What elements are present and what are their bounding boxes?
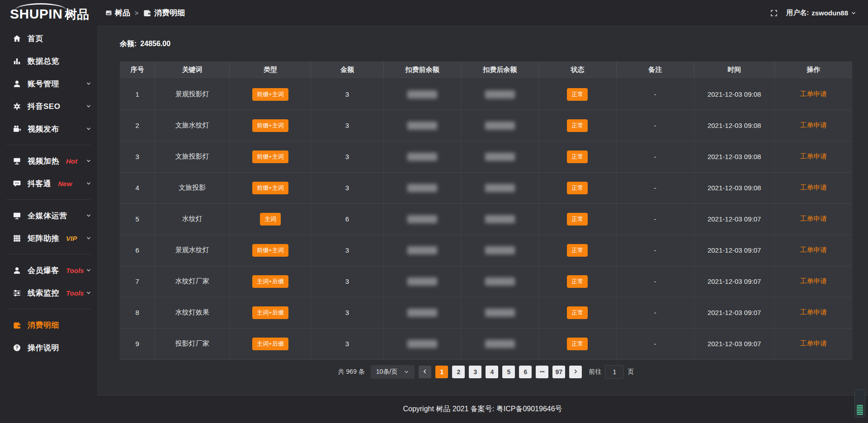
sidebar-item-all-media-operation[interactable]: 全媒体运营: [0, 204, 97, 227]
sidebar-item-douketong[interactable]: 抖客通New: [0, 172, 97, 195]
cell-action: 工单申请: [774, 328, 852, 359]
chevron-down-icon: [86, 81, 91, 86]
chevron-left-icon: [422, 368, 428, 376]
page-button-2[interactable]: 2: [452, 366, 465, 378]
page-button-97[interactable]: 97: [552, 366, 565, 378]
cell-keyword: 投影灯厂家: [155, 328, 230, 359]
sidebar-item-home[interactable]: 首页: [0, 27, 97, 50]
masked-value: [485, 340, 515, 348]
sidebar-item-member-leads[interactable]: 会员爆客Tools: [0, 259, 97, 282]
page-button-6[interactable]: 6: [519, 366, 532, 378]
page-button-4[interactable]: 4: [486, 366, 498, 378]
column-header-2: 类型: [230, 61, 311, 79]
column-header-1: 关键词: [155, 61, 230, 79]
work-order-link[interactable]: 工单申请: [800, 246, 827, 254]
cell-time: 2021-12-03 09:08: [694, 172, 774, 203]
page-button-1[interactable]: 1: [435, 366, 448, 378]
masked-value: [407, 122, 437, 130]
cell-balance-after: [461, 203, 539, 235]
breadcrumb-item-current[interactable]: 消费明细: [143, 8, 185, 18]
sidebar-item-label: 矩阵助推: [28, 233, 59, 244]
user-icon: [12, 79, 22, 89]
sidebar-item-data-overview[interactable]: 数据总览: [0, 50, 97, 72]
copyright-text: Copyright 树品 2021 备案号: 粤ICP备09019646号: [403, 404, 562, 414]
chevron-down-icon: [86, 103, 91, 109]
prev-page-button[interactable]: [419, 366, 431, 378]
sidebar-item-badge: VIP: [66, 235, 77, 242]
sidebar-item-account-management[interactable]: 账号管理: [0, 72, 97, 95]
sidebar-item-label: 抖音SEO: [28, 101, 60, 112]
cell-keyword: 水纹灯厂家: [155, 266, 230, 297]
breadcrumb-separator: >: [135, 9, 138, 17]
work-order-link[interactable]: 工单申请: [800, 339, 827, 347]
page-ellipsis-button[interactable]: •••: [536, 366, 548, 378]
jump-page-input[interactable]: [605, 365, 624, 379]
cell-status: 正常: [539, 297, 617, 328]
sidebar-item-operation-guide[interactable]: ?操作说明: [0, 336, 97, 359]
cell-balance-after: [461, 297, 539, 328]
cell-balance-before: [383, 79, 461, 110]
page-jump: 前往 页: [589, 365, 634, 379]
sidebar-item-video-publish[interactable]: 视频发布: [0, 118, 97, 140]
next-page-button[interactable]: [569, 366, 582, 378]
cell-index: 4: [120, 172, 155, 203]
column-header-8: 时间: [694, 61, 774, 79]
cell-remark: -: [616, 110, 694, 141]
column-header-3: 金额: [311, 61, 383, 79]
cell-remark: -: [616, 79, 694, 110]
cell-type: 前缀+主词: [230, 141, 311, 172]
sidebar-item-label: 账号管理: [28, 79, 59, 89]
cell-action: 工单申请: [774, 79, 852, 110]
table-row: 9投影灯厂家主词+后缀3正常-2021-12-03 09:07工单申请: [120, 328, 852, 359]
cell-keyword: 文旅投影: [155, 172, 230, 203]
footer: Copyright 树品 2021 备案号: 粤ICP备09019646号: [97, 395, 868, 423]
work-order-link[interactable]: 工单申请: [800, 183, 827, 191]
table-row: 4文旅投影前缀+主词3正常-2021-12-03 09:08工单申请: [120, 172, 852, 203]
chevron-down-icon: [86, 181, 91, 186]
fullscreen-icon[interactable]: [770, 9, 778, 17]
status-badge: 正常: [567, 306, 588, 319]
cell-index: 2: [120, 110, 155, 141]
sidebar-item-video-heating[interactable]: 视频加热Hot: [0, 150, 97, 172]
cell-amount: 3: [311, 172, 383, 203]
breadcrumb-item-home[interactable]: 树品: [105, 8, 130, 18]
work-order-link[interactable]: 工单申请: [800, 308, 827, 316]
user-menu[interactable]: 用户名: zswodun88: [786, 9, 856, 17]
cell-time: 2021-12-03 09:07: [694, 203, 774, 235]
work-order-link[interactable]: 工单申请: [800, 277, 827, 285]
sidebar-item-consumption-detail[interactable]: 消费明细: [0, 314, 97, 336]
work-order-link[interactable]: 工单申请: [800, 90, 827, 98]
cell-status: 正常: [539, 203, 617, 235]
page-button-5[interactable]: 5: [502, 366, 515, 378]
cell-keyword: 文旅投影灯: [155, 141, 230, 172]
cell-balance-before: [383, 141, 461, 172]
sidebar-item-douyin-seo[interactable]: 抖音SEO: [0, 95, 97, 118]
sidebar-item-label: 全媒体运营: [28, 211, 67, 221]
sidebar-item-badge: Hot: [66, 157, 77, 165]
cell-type: 前缀+主词: [230, 110, 311, 141]
monitor-icon: [12, 211, 22, 221]
cell-index: 8: [120, 297, 155, 328]
cell-balance-after: [461, 266, 539, 297]
sidebar-item-clue-monitor[interactable]: 线索监控Tools: [0, 282, 97, 304]
work-order-link[interactable]: 工单申请: [800, 215, 827, 222]
masked-value: [485, 215, 515, 223]
masked-value: [485, 153, 515, 161]
topbar-right: 用户名: zswodun88: [770, 9, 856, 17]
cell-action: 工单申请: [774, 172, 852, 203]
page-size-select[interactable]: 10条/页: [371, 365, 415, 379]
work-order-link[interactable]: 工单申请: [800, 152, 827, 160]
chat-icon: [12, 179, 22, 188]
work-order-link[interactable]: 工单申请: [800, 121, 827, 129]
chevron-down-icon: [404, 369, 409, 375]
screen-icon: [12, 156, 22, 166]
type-badge: 主词+后缀: [252, 338, 288, 350]
page-button-3[interactable]: 3: [469, 366, 481, 378]
logo-arc-decoration: [15, 3, 66, 10]
sidebar-divider: [6, 309, 91, 309]
sidebar-item-matrix-boost[interactable]: 矩阵助推VIP: [0, 227, 97, 249]
masked-value: [407, 246, 437, 254]
logo-brand-cn: 树品: [65, 8, 89, 21]
status-badge: 正常: [567, 275, 588, 288]
cell-balance-before: [383, 297, 461, 328]
